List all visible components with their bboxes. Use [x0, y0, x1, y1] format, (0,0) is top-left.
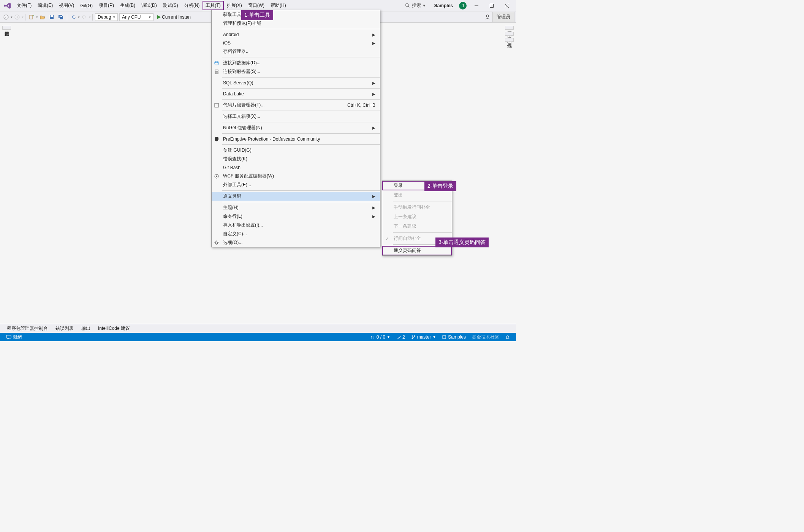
menu-edit[interactable]: 编辑(E): [35, 1, 56, 10]
svg-rect-8: [30, 15, 33, 19]
menu-help[interactable]: 帮助(H): [267, 1, 289, 10]
menu-archive-manager[interactable]: 存档管理器...: [212, 47, 380, 56]
message-icon: [6, 334, 11, 340]
tab-intellicode[interactable]: IntelliCode 建议: [94, 324, 134, 333]
nav-back-button[interactable]: [2, 13, 11, 21]
menu-import-export[interactable]: 导入和导出设置(I)...: [212, 221, 380, 230]
right-tab-properties[interactable]: 属性: [505, 38, 514, 42]
vs-logo-icon: [4, 2, 11, 10]
svg-point-15: [486, 15, 489, 17]
submenu-next-suggestion: 下一条建议: [382, 222, 452, 231]
save-all-button[interactable]: [56, 13, 65, 21]
svg-rect-11: [51, 15, 53, 17]
annotation-1: 1-单击工具: [241, 10, 273, 20]
menu-external-tools[interactable]: 外部工具(E)...: [212, 180, 380, 189]
menu-snippet-manager[interactable]: 代码片段管理器(T)...Ctrl+K, Ctrl+B: [212, 101, 380, 109]
menu-ios[interactable]: iOS▶: [212, 39, 380, 47]
platform-dropdown[interactable]: Any CPU▾: [119, 13, 154, 21]
status-branch[interactable]: master▼: [408, 334, 439, 340]
search-icon: [405, 3, 410, 8]
menu-manage-preview[interactable]: 管理和预览(P)功能: [212, 19, 380, 28]
menu-window[interactable]: 窗口(W): [245, 1, 267, 10]
maximize-button[interactable]: [484, 0, 499, 11]
minimize-button[interactable]: [469, 0, 484, 11]
menu-create-guid[interactable]: 创建 GUID(G): [212, 146, 380, 155]
menu-theme[interactable]: 主题(H)▶: [212, 203, 380, 212]
tools-dropdown-menu: 获取工具 管理和预览(P)功能 Android▶ iOS▶ 存档管理器... 连…: [211, 10, 380, 247]
menu-debug[interactable]: 调试(D): [138, 1, 160, 10]
svg-point-7: [15, 15, 19, 19]
menu-nuget[interactable]: NuGet 包管理器(N)▶: [212, 124, 380, 132]
admin-button[interactable]: 管理员: [492, 12, 514, 22]
svg-point-16: [215, 61, 218, 63]
menu-customize[interactable]: 自定义(C)...: [212, 230, 380, 238]
svg-point-6: [4, 15, 8, 19]
nav-forward-button[interactable]: [13, 13, 22, 21]
repo-icon: [442, 335, 446, 339]
menu-dotfuscator[interactable]: PreEmptive Protection - Dotfuscator Comm…: [212, 135, 380, 143]
redo-button[interactable]: [80, 13, 89, 21]
new-item-button[interactable]: +: [27, 13, 36, 21]
menu-file[interactable]: 文件(F): [14, 1, 35, 10]
statusbar: 就绪 ↑↓0 / 0▼ 2 master▼ Samples 掘金技术社区: [0, 333, 516, 341]
menu-build[interactable]: 生成(B): [117, 1, 138, 10]
svg-point-21: [216, 176, 217, 177]
menu-extensions[interactable]: 扩展(X): [224, 1, 245, 10]
bottom-tabs: 程序包管理器控制台 错误列表 输出 IntelliCode 建议: [0, 324, 516, 333]
annotation-3: 3-单击通义灵码问答: [435, 238, 489, 247]
menu-get-tools[interactable]: 获取工具: [212, 10, 380, 19]
config-dropdown[interactable]: Debug▾: [95, 13, 118, 21]
shield-icon: [214, 136, 220, 142]
svg-rect-23: [6, 335, 11, 338]
close-button[interactable]: [499, 0, 514, 11]
menu-tools[interactable]: 工具(T): [203, 1, 223, 10]
menu-project[interactable]: 项目(P): [96, 1, 117, 10]
menu-wcf-config[interactable]: WCF 服务配置编辑器(W): [212, 172, 380, 180]
submenu-prev-suggestion: 上一条建议: [382, 212, 452, 222]
menu-analyze[interactable]: 分析(N): [181, 1, 203, 10]
undo-button[interactable]: [69, 13, 78, 21]
status-notifications[interactable]: [502, 335, 513, 339]
status-changes[interactable]: 2: [393, 334, 408, 340]
svg-rect-19: [215, 103, 218, 107]
snippet-icon: [214, 102, 220, 108]
menu-tongyi-lingma[interactable]: 通义灵码▶: [212, 192, 380, 201]
menu-git-bash[interactable]: Git Bash: [212, 163, 380, 172]
menu-sql-server[interactable]: SQL Server(Q)▶: [212, 79, 380, 87]
menu-options[interactable]: 选项(O)...: [212, 238, 380, 247]
check-icon: ✓: [385, 236, 389, 241]
menu-test[interactable]: 测试(S): [160, 1, 181, 10]
tab-package-manager[interactable]: 程序包管理器控制台: [3, 324, 52, 333]
svg-rect-14: [60, 16, 62, 17]
tab-output[interactable]: 输出: [78, 324, 94, 333]
status-navigation[interactable]: ↑↓0 / 0▼: [367, 334, 393, 340]
gear-icon: [214, 240, 220, 246]
user-avatar[interactable]: J: [459, 2, 467, 10]
menu-git[interactable]: Git(G): [77, 2, 96, 10]
menu-command-line[interactable]: 命令行(L)▶: [212, 212, 380, 221]
menu-android[interactable]: Android▶: [212, 30, 380, 39]
svg-rect-27: [443, 336, 446, 339]
right-tab-solution-explorer[interactable]: 解决方案资源管理器: [505, 26, 514, 30]
feedback-button[interactable]: [483, 13, 492, 21]
right-tab-lingma-qa[interactable]: 通义灵码问答: [505, 32, 514, 36]
menu-choose-toolbox[interactable]: 选择工具箱项(X)...: [212, 112, 380, 121]
menu-connect-server[interactable]: 连接到服务器(S)...: [212, 67, 380, 76]
menu-data-lake[interactable]: Data Lake▶: [212, 90, 380, 98]
status-watermark: 掘金技术社区: [469, 334, 502, 340]
run-button[interactable]: Current Instan: [154, 14, 193, 21]
save-button[interactable]: [47, 13, 56, 21]
left-panel-datasource[interactable]: 数据源: [2, 26, 11, 30]
status-repo[interactable]: Samples: [439, 334, 469, 340]
svg-point-0: [405, 3, 408, 6]
search-box[interactable]: 搜索 ▼: [402, 2, 429, 10]
svg-point-22: [215, 242, 218, 244]
menu-error-lookup[interactable]: 错误查找(K): [212, 155, 380, 163]
tab-error-list[interactable]: 错误列表: [52, 324, 78, 333]
submenu-logout: 登出: [382, 190, 452, 200]
menu-view[interactable]: 视图(V): [56, 1, 77, 10]
annotation-2: 2-单击登录: [424, 181, 456, 191]
status-ready: 就绪: [3, 334, 25, 340]
open-button[interactable]: [38, 13, 47, 21]
menu-connect-database[interactable]: 连接到数据库(D)...: [212, 59, 380, 67]
